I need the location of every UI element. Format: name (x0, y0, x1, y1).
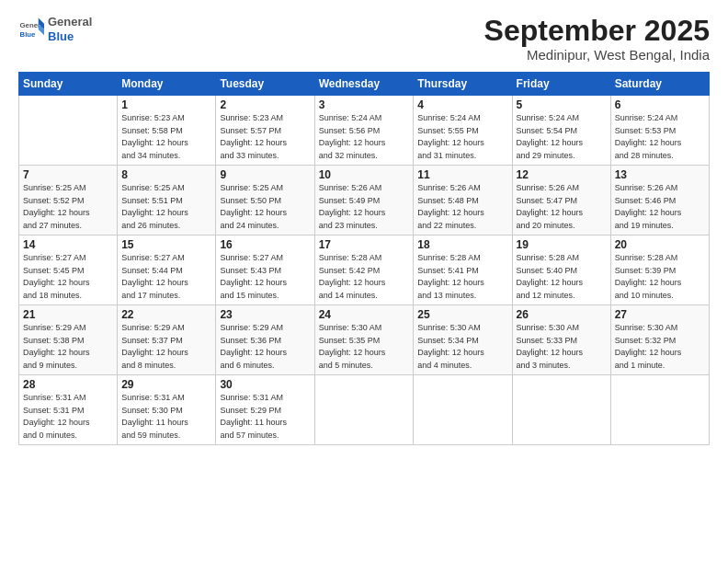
logo-blue-text: Blue (48, 29, 92, 44)
calendar-cell: 3Sunrise: 5:24 AM Sunset: 5:56 PM Daylig… (314, 96, 414, 166)
calendar-cell: 29Sunrise: 5:31 AM Sunset: 5:30 PM Dayli… (118, 375, 216, 445)
calendar-cell: 6Sunrise: 5:24 AM Sunset: 5:53 PM Daylig… (610, 96, 709, 166)
calendar: Sunday Monday Tuesday Wednesday Thursday… (18, 72, 710, 445)
day-info: Sunrise: 5:30 AM Sunset: 5:35 PM Dayligh… (319, 322, 410, 372)
day-number: 3 (319, 98, 410, 111)
calendar-cell: 23Sunrise: 5:29 AM Sunset: 5:36 PM Dayli… (216, 305, 314, 375)
calendar-cell (314, 375, 414, 445)
calendar-week-row: 1Sunrise: 5:23 AM Sunset: 5:58 PM Daylig… (19, 96, 710, 166)
day-info: Sunrise: 5:24 AM Sunset: 5:55 PM Dayligh… (417, 112, 507, 162)
day-info: Sunrise: 5:24 AM Sunset: 5:53 PM Dayligh… (615, 112, 705, 162)
day-number: 26 (517, 308, 607, 321)
day-info: Sunrise: 5:23 AM Sunset: 5:57 PM Dayligh… (220, 112, 310, 162)
day-info: Sunrise: 5:28 AM Sunset: 5:42 PM Dayligh… (319, 252, 410, 302)
calendar-cell: 12Sunrise: 5:26 AM Sunset: 5:47 PM Dayli… (512, 166, 610, 236)
col-monday: Monday (118, 73, 216, 96)
day-info: Sunrise: 5:24 AM Sunset: 5:54 PM Dayligh… (517, 112, 607, 162)
page: General Blue General Blue September 2025… (0, 0, 728, 563)
calendar-cell: 8Sunrise: 5:25 AM Sunset: 5:51 PM Daylig… (118, 166, 216, 236)
day-number: 9 (220, 168, 310, 181)
calendar-body: 1Sunrise: 5:23 AM Sunset: 5:58 PM Daylig… (19, 96, 710, 445)
calendar-cell: 7Sunrise: 5:25 AM Sunset: 5:52 PM Daylig… (19, 166, 118, 236)
col-wednesday: Wednesday (314, 73, 414, 96)
day-info: Sunrise: 5:26 AM Sunset: 5:49 PM Dayligh… (319, 182, 410, 232)
day-info: Sunrise: 5:26 AM Sunset: 5:47 PM Dayligh… (517, 182, 607, 232)
calendar-cell: 26Sunrise: 5:30 AM Sunset: 5:33 PM Dayli… (512, 305, 610, 375)
calendar-cell: 4Sunrise: 5:24 AM Sunset: 5:55 PM Daylig… (414, 96, 512, 166)
calendar-cell: 18Sunrise: 5:28 AM Sunset: 5:41 PM Dayli… (414, 236, 512, 305)
day-info: Sunrise: 5:24 AM Sunset: 5:56 PM Dayligh… (319, 112, 410, 162)
title-area: September 2025 Medinipur, West Bengal, I… (484, 15, 710, 63)
day-number: 11 (417, 168, 507, 181)
day-number: 23 (220, 308, 310, 321)
day-number: 28 (23, 378, 113, 391)
day-number: 6 (615, 98, 705, 111)
day-number: 27 (615, 308, 705, 321)
calendar-cell: 24Sunrise: 5:30 AM Sunset: 5:35 PM Dayli… (314, 305, 414, 375)
calendar-cell: 21Sunrise: 5:29 AM Sunset: 5:38 PM Dayli… (19, 305, 118, 375)
day-number: 7 (23, 168, 113, 181)
col-sunday: Sunday (19, 73, 118, 96)
day-number: 10 (319, 168, 410, 181)
day-info: Sunrise: 5:28 AM Sunset: 5:41 PM Dayligh… (417, 252, 507, 302)
calendar-week-row: 28Sunrise: 5:31 AM Sunset: 5:31 PM Dayli… (19, 375, 710, 445)
calendar-cell (512, 375, 610, 445)
day-info: Sunrise: 5:27 AM Sunset: 5:43 PM Dayligh… (220, 252, 310, 302)
calendar-cell: 15Sunrise: 5:27 AM Sunset: 5:44 PM Dayli… (118, 236, 216, 305)
col-thursday: Thursday (414, 73, 512, 96)
month-title: September 2025 (484, 15, 710, 47)
day-number: 15 (121, 238, 211, 251)
day-number: 24 (319, 308, 410, 321)
calendar-cell: 20Sunrise: 5:28 AM Sunset: 5:39 PM Dayli… (610, 236, 709, 305)
calendar-cell: 13Sunrise: 5:26 AM Sunset: 5:46 PM Dayli… (610, 166, 709, 236)
logo: General Blue General Blue (18, 15, 92, 43)
calendar-cell: 30Sunrise: 5:31 AM Sunset: 5:29 PM Dayli… (216, 375, 314, 445)
calendar-cell: 22Sunrise: 5:29 AM Sunset: 5:37 PM Dayli… (118, 305, 216, 375)
day-number: 1 (121, 98, 211, 111)
day-number: 20 (615, 238, 705, 251)
day-info: Sunrise: 5:31 AM Sunset: 5:31 PM Dayligh… (23, 392, 113, 442)
calendar-cell: 5Sunrise: 5:24 AM Sunset: 5:54 PM Daylig… (512, 96, 610, 166)
day-info: Sunrise: 5:25 AM Sunset: 5:51 PM Dayligh… (121, 182, 211, 232)
col-saturday: Saturday (610, 73, 709, 96)
day-number: 18 (417, 238, 507, 251)
day-number: 29 (121, 378, 211, 391)
day-info: Sunrise: 5:23 AM Sunset: 5:58 PM Dayligh… (121, 112, 211, 162)
col-tuesday: Tuesday (216, 73, 314, 96)
day-info: Sunrise: 5:29 AM Sunset: 5:36 PM Dayligh… (220, 322, 310, 372)
calendar-cell: 11Sunrise: 5:26 AM Sunset: 5:48 PM Dayli… (414, 166, 512, 236)
day-number: 8 (121, 168, 211, 181)
day-info: Sunrise: 5:31 AM Sunset: 5:30 PM Dayligh… (121, 392, 211, 442)
col-friday: Friday (512, 73, 610, 96)
calendar-cell: 27Sunrise: 5:30 AM Sunset: 5:32 PM Dayli… (610, 305, 709, 375)
calendar-cell: 10Sunrise: 5:26 AM Sunset: 5:49 PM Dayli… (314, 166, 414, 236)
day-number: 2 (220, 98, 310, 111)
day-number: 16 (220, 238, 310, 251)
logo-general-text: General (48, 15, 92, 29)
day-number: 14 (23, 238, 113, 251)
day-number: 12 (517, 168, 607, 181)
day-info: Sunrise: 5:27 AM Sunset: 5:44 PM Dayligh… (121, 252, 211, 302)
calendar-cell: 2Sunrise: 5:23 AM Sunset: 5:57 PM Daylig… (216, 96, 314, 166)
day-number: 17 (319, 238, 410, 251)
calendar-cell: 16Sunrise: 5:27 AM Sunset: 5:43 PM Dayli… (216, 236, 314, 305)
day-info: Sunrise: 5:30 AM Sunset: 5:34 PM Dayligh… (417, 322, 507, 372)
day-info: Sunrise: 5:26 AM Sunset: 5:48 PM Dayligh… (417, 182, 507, 232)
day-number: 5 (517, 98, 607, 111)
calendar-week-row: 7Sunrise: 5:25 AM Sunset: 5:52 PM Daylig… (19, 166, 710, 236)
calendar-cell: 9Sunrise: 5:25 AM Sunset: 5:50 PM Daylig… (216, 166, 314, 236)
header: General Blue General Blue September 2025… (18, 15, 710, 63)
day-number: 22 (121, 308, 211, 321)
day-info: Sunrise: 5:28 AM Sunset: 5:40 PM Dayligh… (517, 252, 607, 302)
logo-icon: General Blue (18, 17, 44, 42)
day-number: 4 (417, 98, 507, 111)
day-info: Sunrise: 5:27 AM Sunset: 5:45 PM Dayligh… (23, 252, 113, 302)
day-number: 25 (417, 308, 507, 321)
day-info: Sunrise: 5:25 AM Sunset: 5:52 PM Dayligh… (23, 182, 113, 232)
day-info: Sunrise: 5:29 AM Sunset: 5:37 PM Dayligh… (121, 322, 211, 372)
calendar-header-row: Sunday Monday Tuesday Wednesday Thursday… (19, 73, 710, 96)
calendar-cell: 14Sunrise: 5:27 AM Sunset: 5:45 PM Dayli… (19, 236, 118, 305)
calendar-week-row: 21Sunrise: 5:29 AM Sunset: 5:38 PM Dayli… (19, 305, 710, 375)
day-number: 30 (220, 378, 310, 391)
calendar-cell (19, 96, 118, 166)
